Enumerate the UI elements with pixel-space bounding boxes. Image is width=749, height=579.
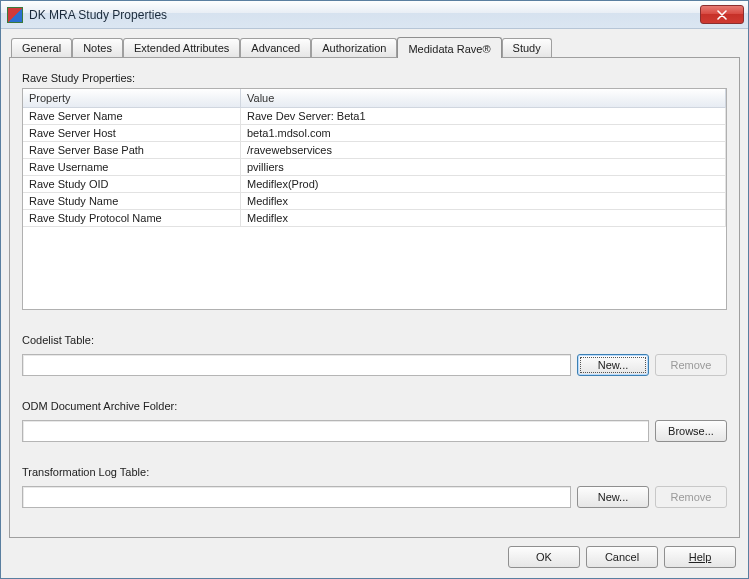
cell-value[interactable]: Mediflex: [241, 193, 726, 209]
tab-general[interactable]: General: [11, 38, 72, 57]
tab-extended-attributes[interactable]: Extended Attributes: [123, 38, 240, 57]
odm-row: Browse...: [22, 420, 727, 442]
log-new-button[interactable]: New...: [577, 486, 649, 508]
grid-header-property[interactable]: Property: [23, 89, 241, 107]
table-row[interactable]: Rave Study OID Mediflex(Prod): [23, 176, 726, 193]
table-row[interactable]: Rave Study Name Mediflex: [23, 193, 726, 210]
odm-archive-input[interactable]: [22, 420, 649, 442]
cell-property: Rave Server Name: [23, 108, 241, 124]
tab-panel-medidata-rave: Rave Study Properties: Property Value Ra…: [9, 57, 740, 538]
cell-property: Rave Study OID: [23, 176, 241, 192]
client-area: General Notes Extended Attributes Advanc…: [1, 29, 748, 578]
table-row[interactable]: Rave Server Host beta1.mdsol.com: [23, 125, 726, 142]
table-row[interactable]: Rave Server Base Path /ravewebservices: [23, 142, 726, 159]
cell-property: Rave Server Host: [23, 125, 241, 141]
table-row[interactable]: Rave Server Name Rave Dev Server: Beta1: [23, 108, 726, 125]
log-table-label: Transformation Log Table:: [22, 466, 727, 478]
cell-value[interactable]: /ravewebservices: [241, 142, 726, 158]
codelist-row: New... Remove: [22, 354, 727, 376]
codelist-remove-button: Remove: [655, 354, 727, 376]
tab-study[interactable]: Study: [502, 38, 552, 57]
cell-value[interactable]: pvilliers: [241, 159, 726, 175]
cell-value[interactable]: Mediflex: [241, 210, 726, 226]
tab-medidata-rave[interactable]: Medidata Rave®: [397, 37, 501, 58]
cancel-button[interactable]: Cancel: [586, 546, 658, 568]
log-row: New... Remove: [22, 486, 727, 508]
cell-property: Rave Server Base Path: [23, 142, 241, 158]
tab-authorization[interactable]: Authorization: [311, 38, 397, 57]
table-row[interactable]: Rave Study Protocol Name Mediflex: [23, 210, 726, 227]
titlebar: DK MRA Study Properties: [1, 1, 748, 29]
odm-archive-label: ODM Document Archive Folder:: [22, 400, 727, 412]
grid-body: Rave Server Name Rave Dev Server: Beta1 …: [23, 108, 726, 309]
rave-properties-label: Rave Study Properties:: [22, 72, 727, 84]
close-icon: [717, 10, 727, 20]
codelist-new-button[interactable]: New...: [577, 354, 649, 376]
help-button-label: Help: [689, 551, 712, 563]
cell-value[interactable]: beta1.mdsol.com: [241, 125, 726, 141]
dialog-window: DK MRA Study Properties General Notes Ex…: [0, 0, 749, 579]
codelist-table-input[interactable]: [22, 354, 571, 376]
cell-property: Rave Username: [23, 159, 241, 175]
ok-button[interactable]: OK: [508, 546, 580, 568]
tab-strip: General Notes Extended Attributes Advanc…: [9, 37, 740, 57]
grid-header: Property Value: [23, 89, 726, 108]
codelist-table-label: Codelist Table:: [22, 334, 727, 346]
help-button[interactable]: Help: [664, 546, 736, 568]
dialog-button-row: OK Cancel Help: [9, 538, 740, 574]
grid-header-value[interactable]: Value: [241, 89, 726, 107]
tab-advanced[interactable]: Advanced: [240, 38, 311, 57]
log-remove-button: Remove: [655, 486, 727, 508]
app-icon: [7, 7, 23, 23]
cell-value[interactable]: Rave Dev Server: Beta1: [241, 108, 726, 124]
cell-value[interactable]: Mediflex(Prod): [241, 176, 726, 192]
window-title: DK MRA Study Properties: [29, 8, 694, 22]
odm-browse-button[interactable]: Browse...: [655, 420, 727, 442]
tab-notes[interactable]: Notes: [72, 38, 123, 57]
rave-properties-grid[interactable]: Property Value Rave Server Name Rave Dev…: [22, 88, 727, 310]
table-row[interactable]: Rave Username pvilliers: [23, 159, 726, 176]
cell-property: Rave Study Protocol Name: [23, 210, 241, 226]
log-table-input[interactable]: [22, 486, 571, 508]
cell-property: Rave Study Name: [23, 193, 241, 209]
close-button[interactable]: [700, 5, 744, 24]
